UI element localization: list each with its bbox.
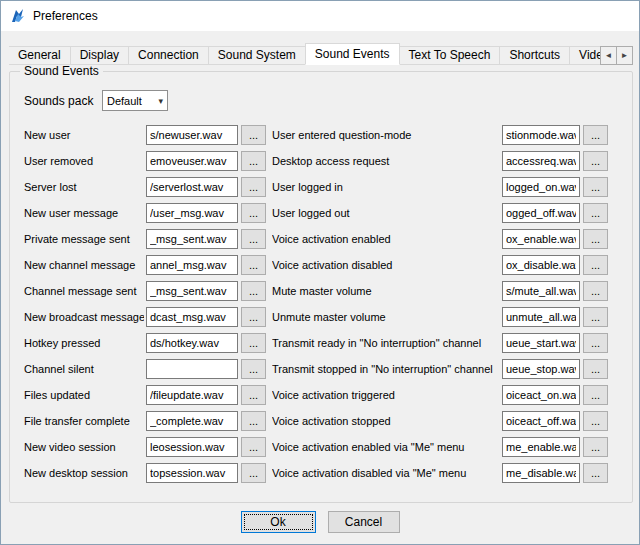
sound-file-input[interactable] bbox=[146, 307, 238, 327]
sound-event-label: Desktop access request bbox=[272, 155, 500, 167]
sound-file-input[interactable] bbox=[502, 463, 580, 483]
sound-event-label: New channel message bbox=[24, 259, 144, 271]
ok-button[interactable]: Ok bbox=[241, 511, 316, 533]
sound-event-label: New video session bbox=[24, 441, 144, 453]
browse-button[interactable]: ... bbox=[241, 333, 266, 353]
sound-event-row: New video session... bbox=[24, 434, 270, 460]
sound-event-row: New desktop session... bbox=[24, 460, 270, 486]
tab-scroll-right-button[interactable]: ► bbox=[616, 46, 633, 65]
sound-event-row: User logged in... bbox=[272, 174, 620, 200]
browse-button[interactable]: ... bbox=[241, 255, 266, 275]
browse-button[interactable]: ... bbox=[583, 411, 608, 431]
sound-file-input[interactable] bbox=[502, 359, 580, 379]
browse-button[interactable]: ... bbox=[241, 307, 266, 327]
sound-event-label: Channel silent bbox=[24, 363, 144, 375]
browse-button[interactable]: ... bbox=[583, 307, 608, 327]
group-title: Sound Events bbox=[20, 64, 103, 78]
sound-file-input[interactable] bbox=[502, 151, 580, 171]
browse-button[interactable]: ... bbox=[241, 203, 266, 223]
browse-button[interactable]: ... bbox=[241, 281, 266, 301]
browse-button[interactable]: ... bbox=[583, 333, 608, 353]
browse-button[interactable]: ... bbox=[583, 125, 608, 145]
sound-file-input[interactable] bbox=[502, 177, 580, 197]
sound-event-row: User removed... bbox=[24, 148, 270, 174]
sound-file-input[interactable] bbox=[502, 437, 580, 457]
browse-button[interactable]: ... bbox=[241, 125, 266, 145]
sound-file-input[interactable] bbox=[502, 203, 580, 223]
title-bar: Preferences bbox=[1, 1, 639, 31]
browse-button[interactable]: ... bbox=[241, 229, 266, 249]
sound-event-label: Voice activation disabled bbox=[272, 259, 500, 271]
sound-event-label: User logged in bbox=[272, 181, 500, 193]
browse-button[interactable]: ... bbox=[583, 281, 608, 301]
tab-connection[interactable]: Connection bbox=[128, 46, 209, 65]
sound-file-input[interactable] bbox=[146, 437, 238, 457]
browse-button[interactable]: ... bbox=[583, 203, 608, 223]
sound-file-input[interactable] bbox=[146, 411, 238, 431]
browse-button[interactable]: ... bbox=[583, 385, 608, 405]
sound-file-input[interactable] bbox=[146, 385, 238, 405]
browse-button[interactable]: ... bbox=[241, 437, 266, 457]
sound-file-input[interactable] bbox=[502, 333, 580, 353]
sounds-pack-value: Default bbox=[107, 95, 142, 107]
sound-file-input[interactable] bbox=[146, 125, 238, 145]
sound-event-label: Server lost bbox=[24, 181, 144, 193]
tab-bar: ◄ ► GeneralDisplayConnectionSound System… bbox=[9, 43, 633, 65]
sound-file-input[interactable] bbox=[146, 255, 238, 275]
browse-button[interactable]: ... bbox=[583, 177, 608, 197]
sound-file-input[interactable] bbox=[502, 411, 580, 431]
browse-button[interactable]: ... bbox=[241, 177, 266, 197]
sound-event-row: Channel message sent... bbox=[24, 278, 270, 304]
sound-event-label: Private message sent bbox=[24, 233, 144, 245]
browse-button[interactable]: ... bbox=[241, 385, 266, 405]
sounds-pack-row: Sounds pack Default ▾ bbox=[24, 90, 168, 111]
sound-event-row: Server lost... bbox=[24, 174, 270, 200]
browse-button[interactable]: ... bbox=[583, 463, 608, 483]
tab-display[interactable]: Display bbox=[70, 46, 129, 65]
sound-file-input[interactable] bbox=[146, 359, 238, 379]
tab-scroll-control: ◄ ► bbox=[601, 46, 633, 65]
sound-event-label: New user message bbox=[24, 207, 144, 219]
sound-file-input[interactable] bbox=[146, 281, 238, 301]
sound-event-row: Transmit ready in "No interruption" chan… bbox=[272, 330, 620, 356]
browse-button[interactable]: ... bbox=[241, 411, 266, 431]
sound-file-input[interactable] bbox=[146, 463, 238, 483]
sound-file-input[interactable] bbox=[502, 229, 580, 249]
browse-button[interactable]: ... bbox=[583, 229, 608, 249]
sound-event-label: User entered question-mode bbox=[272, 129, 500, 141]
sound-events-right-column: User entered question-mode...Desktop acc… bbox=[272, 122, 620, 486]
browse-button[interactable]: ... bbox=[583, 151, 608, 171]
tab-sound-system[interactable]: Sound System bbox=[208, 46, 306, 65]
sound-event-label: New broadcast message bbox=[24, 311, 144, 323]
sound-event-row: New user... bbox=[24, 122, 270, 148]
sound-file-input[interactable] bbox=[146, 203, 238, 223]
tab-text-to-speech[interactable]: Text To Speech bbox=[399, 46, 501, 65]
browse-button[interactable]: ... bbox=[241, 359, 266, 379]
sound-event-label: Transmit ready in "No interruption" chan… bbox=[272, 337, 500, 349]
browse-button[interactable]: ... bbox=[583, 255, 608, 275]
cancel-button[interactable]: Cancel bbox=[328, 511, 400, 533]
sound-file-input[interactable] bbox=[502, 385, 580, 405]
browse-button[interactable]: ... bbox=[583, 437, 608, 457]
sound-event-row: Hotkey pressed... bbox=[24, 330, 270, 356]
sound-file-input[interactable] bbox=[502, 255, 580, 275]
browse-button[interactable]: ... bbox=[241, 463, 266, 483]
tab-shortcuts[interactable]: Shortcuts bbox=[499, 46, 570, 65]
browse-button[interactable]: ... bbox=[241, 151, 266, 171]
sound-file-input[interactable] bbox=[146, 229, 238, 249]
sound-file-input[interactable] bbox=[146, 177, 238, 197]
sound-event-row: Mute master volume... bbox=[272, 278, 620, 304]
browse-button[interactable]: ... bbox=[583, 359, 608, 379]
sound-event-label: Files updated bbox=[24, 389, 144, 401]
sound-file-input[interactable] bbox=[502, 125, 580, 145]
sound-event-row: Transmit stopped in "No interruption" ch… bbox=[272, 356, 620, 382]
tab-sound-events[interactable]: Sound Events bbox=[305, 43, 400, 65]
sound-event-row: Private message sent... bbox=[24, 226, 270, 252]
tab-general[interactable]: General bbox=[9, 46, 71, 65]
sound-file-input[interactable] bbox=[502, 281, 580, 301]
sound-file-input[interactable] bbox=[146, 333, 238, 353]
sound-file-input[interactable] bbox=[146, 151, 238, 171]
sound-file-input[interactable] bbox=[502, 307, 580, 327]
sounds-pack-select[interactable]: Default ▾ bbox=[102, 90, 168, 111]
tab-scroll-left-button[interactable]: ◄ bbox=[600, 46, 617, 65]
